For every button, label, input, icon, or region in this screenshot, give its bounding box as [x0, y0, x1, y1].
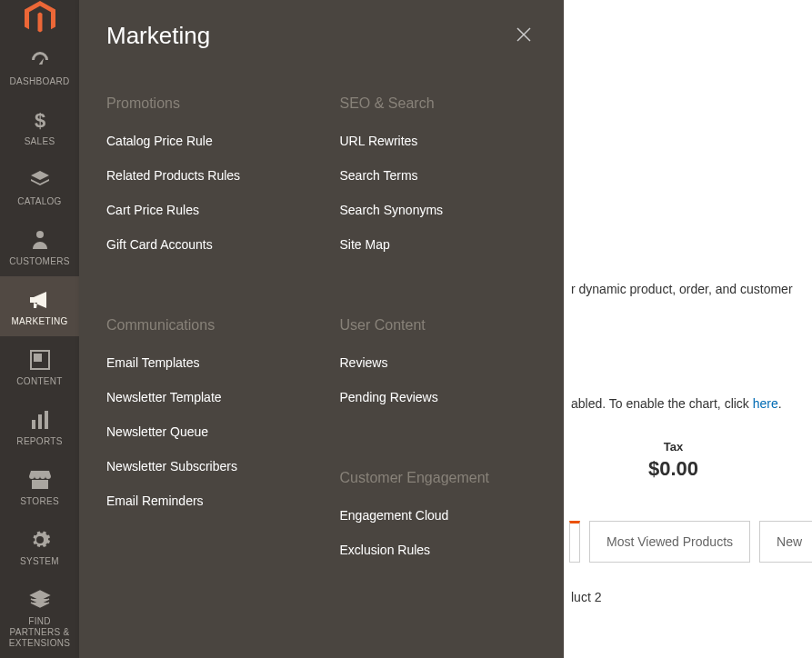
dashboard-main: r dynamic product, order, and customer a… [564, 0, 812, 658]
magento-logo-icon [25, 1, 55, 35]
partners-icon [29, 587, 51, 613]
nav-content[interactable]: CONTENT [0, 336, 79, 396]
tab-most-viewed[interactable]: Most Viewed Products [589, 521, 750, 563]
chart-hint: abled. To enable the chart, click here. [564, 387, 812, 420]
logo[interactable] [0, 0, 79, 36]
customers-icon [31, 227, 49, 253]
tax-amount: $0.00 [564, 457, 783, 481]
nav-label: REPORTS [13, 436, 65, 447]
link-newsletter-template[interactable]: Newsletter Template [106, 390, 304, 404]
nav-label: CUSTOMERS [5, 256, 73, 267]
tax-label: Tax [564, 440, 783, 454]
link-gift-card-accounts[interactable]: Gift Card Accounts [106, 237, 304, 252]
nav-catalog[interactable]: CATALOG [0, 156, 79, 216]
link-email-reminders[interactable]: Email Reminders [106, 494, 304, 508]
link-site-map[interactable]: Site Map [340, 237, 537, 252]
nav-stores[interactable]: STORES [0, 456, 79, 516]
section-title-promotions: Promotions [106, 95, 304, 112]
section-title-communications: Communications [106, 317, 304, 334]
svg-rect-4 [32, 420, 35, 429]
svg-rect-6 [45, 411, 48, 429]
nav-label: CONTENT [13, 376, 65, 387]
link-related-products-rules[interactable]: Related Products Rules [106, 168, 304, 183]
nav-label: MARKETING [7, 316, 71, 327]
svg-rect-5 [38, 414, 42, 429]
link-cart-price-rules[interactable]: Cart Price Rules [106, 203, 304, 217]
link-engagement-cloud[interactable]: Engagement Cloud [340, 508, 537, 523]
system-icon [30, 527, 50, 553]
content-icon [30, 347, 50, 373]
catalog-icon [29, 167, 51, 193]
hint-prefix: abled. To enable the chart, click [571, 396, 753, 411]
nav-system[interactable]: SYSTEM [0, 516, 79, 576]
nav-dashboard[interactable]: DASHBOARD [0, 36, 79, 96]
nav-customers[interactable]: CUSTOMERS [0, 216, 79, 276]
link-search-terms[interactable]: Search Terms [340, 168, 537, 183]
nav-label: SYSTEM [16, 556, 63, 567]
marketing-flyout: Marketing Promotions Catalog Price Rule … [79, 0, 564, 658]
bg-row: luct 2 [564, 563, 812, 604]
nav-label: CATALOG [14, 196, 65, 207]
nav-partners[interactable]: FIND PARTNERS & EXTENSIONS [0, 576, 79, 658]
nav-label: FIND PARTNERS & EXTENSIONS [0, 616, 79, 649]
section-title-engagement: Customer Engagement [340, 470, 537, 486]
tabs-row: Most Viewed Products New [564, 521, 812, 563]
dollar-icon: $ [31, 107, 49, 133]
svg-point-1 [36, 231, 44, 238]
section-title-user-content: User Content [340, 317, 537, 334]
link-search-synonyms[interactable]: Search Synonyms [340, 203, 537, 217]
link-newsletter-subscribers[interactable]: Newsletter Subscribers [106, 459, 304, 474]
link-catalog-price-rule[interactable]: Catalog Price Rule [106, 134, 304, 148]
hint-suffix: . [778, 396, 782, 411]
svg-text:$: $ [34, 109, 45, 131]
link-reviews[interactable]: Reviews [340, 355, 537, 370]
partial-text: r dynamic product, order, and customer [564, 273, 812, 305]
nav-label: DASHBOARD [5, 76, 73, 87]
admin-sidebar: DASHBOARD $ SALES CATALOG CUSTOMERS MARK… [0, 0, 79, 658]
stores-icon [29, 467, 51, 493]
link-email-templates[interactable]: Email Templates [106, 355, 304, 370]
marketing-icon [28, 287, 52, 313]
link-url-rewrites[interactable]: URL Rewrites [340, 134, 537, 148]
enable-chart-link[interactable]: here [753, 396, 778, 411]
link-pending-reviews[interactable]: Pending Reviews [340, 390, 537, 404]
section-title-seo: SEO & Search [340, 95, 537, 112]
close-icon [515, 25, 533, 44]
link-exclusion-rules[interactable]: Exclusion Rules [340, 543, 537, 557]
nav-sales[interactable]: $ SALES [0, 96, 79, 156]
tab-partial-active[interactable] [569, 521, 580, 563]
link-newsletter-queue[interactable]: Newsletter Queue [106, 424, 304, 439]
nav-marketing[interactable]: MARKETING [0, 276, 79, 336]
tab-new[interactable]: New [759, 521, 812, 563]
dashboard-icon [29, 47, 51, 73]
nav-reports[interactable]: REPORTS [0, 396, 79, 456]
tax-summary: Tax $0.00 [564, 440, 812, 481]
close-button[interactable] [515, 25, 536, 47]
svg-rect-3 [35, 354, 41, 361]
reports-icon [30, 407, 50, 433]
nav-label: SALES [21, 136, 59, 147]
flyout-title: Marketing [106, 22, 210, 50]
nav-label: STORES [16, 496, 63, 507]
